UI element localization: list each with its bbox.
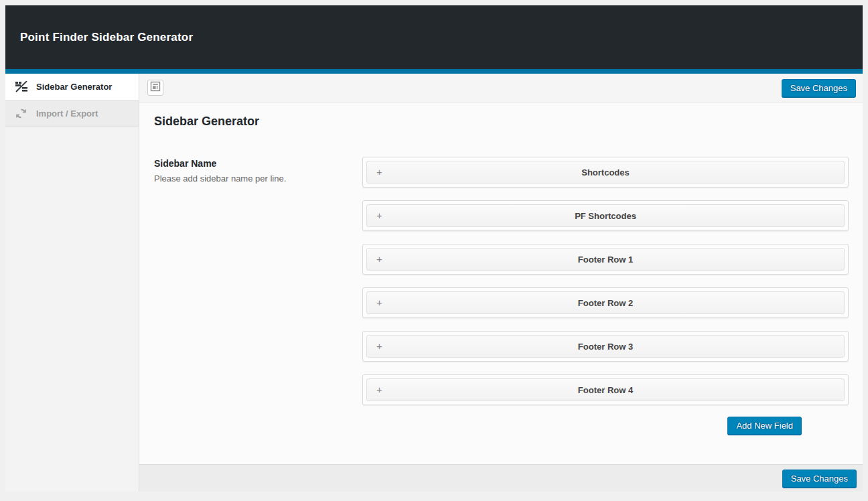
field-label: Sidebar Name bbox=[154, 158, 362, 169]
sidebar-row-shortcodes[interactable]: + Shortcodes bbox=[362, 157, 849, 188]
field-description: Please add sidebar name per line. bbox=[154, 173, 362, 184]
row-label: Shortcodes bbox=[581, 167, 630, 177]
accordion-header: + Shortcodes bbox=[366, 161, 845, 184]
save-changes-button-bottom[interactable]: Save Changes bbox=[782, 470, 857, 488]
accent-divider bbox=[5, 69, 863, 74]
sidebar-row-footer-row-3[interactable]: + Footer Row 3 bbox=[362, 331, 849, 362]
sync-icon bbox=[15, 108, 28, 119]
accordion-header: + Footer Row 2 bbox=[366, 291, 845, 314]
add-new-field-button[interactable]: Add New Field bbox=[727, 417, 802, 435]
settings-nav: Sidebar Generator Import / Export bbox=[5, 74, 139, 492]
sidebar-row-pf-shortcodes[interactable]: + PF Shortcodes bbox=[362, 200, 849, 231]
settings-content: Sidebar Generator Sidebar Name Please ad… bbox=[139, 102, 863, 464]
page-header: Point Finder Sidebar Generator bbox=[5, 5, 863, 69]
field-label-column: Sidebar Name Please add sidebar name per… bbox=[154, 157, 362, 435]
accordion-header: + Footer Row 1 bbox=[366, 248, 845, 271]
sidebar-row-footer-row-2[interactable]: + Footer Row 2 bbox=[362, 287, 849, 318]
row-label: PF Shortcodes bbox=[575, 211, 636, 221]
plus-icon: + bbox=[376, 166, 382, 177]
accordion-header: + PF Shortcodes bbox=[366, 204, 845, 227]
accordion-header: + Footer Row 4 bbox=[366, 378, 845, 401]
nav-item-label: Import / Export bbox=[36, 109, 98, 119]
row-label: Footer Row 3 bbox=[578, 342, 633, 352]
layout-icon bbox=[150, 81, 161, 94]
main-panel: Save Changes Sidebar Generator Sidebar N… bbox=[139, 74, 863, 492]
layout-toggle-button[interactable] bbox=[147, 80, 163, 96]
sidebar-row-footer-row-1[interactable]: + Footer Row 1 bbox=[362, 244, 849, 275]
toolbar: Save Changes bbox=[139, 74, 863, 102]
add-field-row: Add New Field bbox=[362, 417, 849, 435]
plus-icon: + bbox=[376, 297, 382, 308]
row-label: Footer Row 4 bbox=[578, 385, 633, 395]
nav-item-import-export[interactable]: Import / Export bbox=[5, 100, 139, 127]
field-control-column: + Shortcodes + PF Shortcodes bbox=[362, 157, 849, 435]
nav-item-label: Sidebar Generator bbox=[36, 82, 112, 92]
plus-icon: + bbox=[376, 253, 382, 265]
accordion-header: + Footer Row 3 bbox=[366, 335, 845, 358]
body: Sidebar Generator Import / Export bbox=[5, 74, 863, 492]
footer-bar: Save Changes bbox=[139, 464, 863, 492]
plus-icon: + bbox=[376, 340, 382, 352]
page-title: Point Finder Sidebar Generator bbox=[20, 31, 193, 44]
row-label: Footer Row 1 bbox=[578, 255, 633, 265]
sidebar-row-footer-row-4[interactable]: + Footer Row 4 bbox=[362, 374, 849, 405]
plugin-settings-page: Point Finder Sidebar Generator bbox=[5, 5, 863, 492]
plus-icon: + bbox=[376, 384, 382, 395]
section-heading: Sidebar Generator bbox=[154, 115, 849, 129]
row-label: Footer Row 2 bbox=[578, 298, 633, 308]
nav-item-sidebar-generator[interactable]: Sidebar Generator bbox=[5, 74, 139, 100]
bars-slash-icon bbox=[15, 81, 28, 92]
sidebar-name-field: Sidebar Name Please add sidebar name per… bbox=[154, 157, 849, 435]
plus-icon: + bbox=[376, 210, 382, 221]
save-changes-button-top[interactable]: Save Changes bbox=[782, 79, 856, 97]
